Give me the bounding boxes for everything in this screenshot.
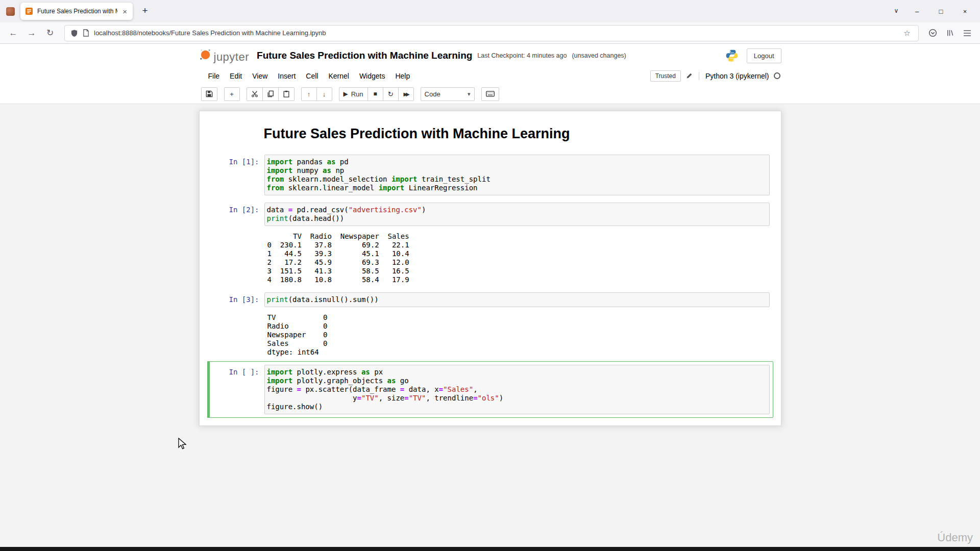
jupyter-logo[interactable]: jupyter: [199, 48, 250, 64]
run-button[interactable]: ▶ Run: [339, 87, 368, 101]
tab-favicon: [25, 7, 33, 15]
cell-output-prompt-spacer: [211, 230, 264, 285]
browser-nav-bar: ← → ↻ localhost:8888/notebooks/Future Sa…: [0, 22, 980, 44]
cell-input-prompt: In [2]:: [211, 203, 264, 226]
tab-title: Future Sales Prediction with Ma: [37, 8, 117, 15]
menu-widgets[interactable]: Widgets: [354, 68, 390, 84]
notebook-title[interactable]: Future Sales Prediction with Machine Lea…: [257, 50, 472, 61]
kernel-indicator: Python 3 (ipykernel): [699, 72, 780, 80]
cell-type-select[interactable]: Code ▾: [421, 87, 475, 101]
pocket-icon[interactable]: [925, 26, 940, 41]
paste-cell-button[interactable]: [278, 87, 295, 101]
menu-cell[interactable]: Cell: [301, 68, 323, 84]
run-label: Run: [351, 90, 363, 98]
cell-input-prompt: In [ ]:: [211, 365, 264, 414]
menu-insert[interactable]: Insert: [273, 68, 301, 84]
add-cell-button[interactable]: +: [224, 87, 240, 101]
menu-help[interactable]: Help: [390, 68, 415, 84]
notebook-scroll-area[interactable]: Future Sales Prediction with Machine Lea…: [0, 104, 980, 547]
jupyter-header: jupyter Future Sales Prediction with Mac…: [0, 44, 980, 67]
cell-code-input[interactable]: data = pd.read_csv("advertising.csv")pri…: [264, 203, 770, 226]
menu-view[interactable]: View: [247, 68, 273, 84]
menu-kernel[interactable]: Kernel: [323, 68, 354, 84]
cell-code-input[interactable]: print(data.isnull().sum()): [264, 292, 770, 307]
notebook-cell[interactable]: In [2]:data = pd.read_csv("advertising.c…: [207, 199, 773, 289]
command-palette-button[interactable]: [481, 87, 499, 101]
notebook-heading: Future Sales Prediction with Machine Lea…: [264, 126, 570, 142]
notebook-cells: In [1]:import pandas as pdimport numpy a…: [207, 151, 773, 418]
jupyter-logo-text: jupyter: [214, 51, 250, 64]
menu-file[interactable]: File: [203, 68, 225, 84]
jupyter-toolbar: + ↑ ↓ ▶ Run ■ ↻: [0, 84, 980, 104]
edit-mode-pencil-icon: [686, 72, 693, 79]
library-icon[interactable]: [942, 26, 958, 41]
cell-input-prompt: In [3]:: [211, 292, 264, 307]
kernel-idle-icon: [774, 72, 780, 79]
restart-run-all-button[interactable]: ▶▶: [398, 87, 414, 101]
window-controls: – □ ×: [905, 0, 977, 22]
move-cell-up-button[interactable]: ↑: [301, 87, 317, 101]
restart-icon: ↻: [388, 90, 394, 98]
cell-output: TV Radio Newspaper Sales 0 230.1 37.8 69…: [264, 230, 409, 285]
notebook-cell[interactable]: In [ ]:import plotly.express as pximport…: [207, 361, 773, 418]
logout-button[interactable]: Logout: [747, 48, 781, 63]
fast-forward-icon: ▶▶: [403, 91, 408, 97]
cell-input-prompt: In [1]:: [211, 155, 264, 195]
stop-icon: ■: [373, 91, 377, 97]
tracking-protection-shield-icon[interactable]: [70, 29, 78, 37]
menu-edit[interactable]: Edit: [225, 68, 247, 84]
trusted-badge[interactable]: Trusted: [650, 70, 681, 82]
markdown-heading-cell[interactable]: Future Sales Prediction with Machine Lea…: [207, 119, 773, 151]
chevron-down-icon: ▾: [468, 91, 471, 97]
jupyter-menu-bar: File Edit View Insert Cell Kernel Widget…: [0, 67, 980, 84]
unsaved-changes-status: (unsaved changes): [572, 52, 626, 59]
notebook-cell[interactable]: In [3]:print(data.isnull().sum())TV 0 Ra…: [207, 289, 773, 361]
window-maximize-button[interactable]: □: [929, 0, 953, 22]
browser-tab-active[interactable]: Future Sales Prediction with Ma ×: [20, 3, 133, 20]
new-tab-button[interactable]: +: [137, 3, 153, 19]
cell-output: TV 0 Radio 0 Newspaper 0 Sales 0 dtype: …: [264, 311, 328, 358]
back-button[interactable]: ←: [5, 25, 21, 41]
reload-button[interactable]: ↻: [42, 25, 58, 41]
page-info-icon[interactable]: [83, 29, 89, 37]
taskbar-strip: [0, 547, 980, 551]
cell-code-input[interactable]: import pandas as pdimport numpy as npfro…: [264, 155, 770, 195]
cut-cell-button[interactable]: [247, 87, 263, 101]
cell-code-input[interactable]: import plotly.express as pximport plotly…: [264, 365, 770, 414]
jupyter-planet-icon: [199, 48, 212, 61]
browser-tab-bar: Future Sales Prediction with Ma × + ∨ – …: [0, 0, 980, 22]
forward-button[interactable]: →: [23, 25, 40, 41]
tab-close-icon[interactable]: ×: [121, 8, 128, 15]
python-logo-icon: [725, 49, 739, 62]
checkpoint-status: Last Checkpoint: 4 minutes ago: [477, 52, 567, 59]
cell-type-value: Code: [425, 90, 440, 98]
list-all-tabs-button[interactable]: ∨: [888, 3, 905, 19]
heading-prompt-spacer: [210, 122, 264, 148]
copy-cell-button[interactable]: [262, 87, 279, 101]
watermark: Údemy: [937, 531, 973, 544]
kernel-name: Python 3 (ipykernel): [705, 72, 769, 80]
url-text[interactable]: localhost:8888/notebooks/Future Sales Pr…: [94, 29, 897, 37]
run-play-icon: ▶: [344, 91, 348, 97]
notebook-container: Future Sales Prediction with Machine Lea…: [199, 111, 781, 426]
window-close-button[interactable]: ×: [953, 0, 977, 22]
cell-output-prompt-spacer: [211, 311, 264, 358]
window-minimize-button[interactable]: –: [905, 0, 929, 22]
interrupt-kernel-button[interactable]: ■: [368, 87, 383, 101]
menu-button[interactable]: [960, 26, 975, 41]
bookmark-star-icon[interactable]: ☆: [901, 28, 913, 39]
restart-kernel-button[interactable]: ↻: [383, 87, 399, 101]
firefox-app-icon: [6, 7, 15, 16]
url-bar[interactable]: localhost:8888/notebooks/Future Sales Pr…: [64, 25, 919, 41]
save-button[interactable]: [201, 87, 217, 101]
move-cell-down-button[interactable]: ↓: [316, 87, 332, 101]
notebook-cell[interactable]: In [1]:import pandas as pdimport numpy a…: [207, 151, 773, 199]
